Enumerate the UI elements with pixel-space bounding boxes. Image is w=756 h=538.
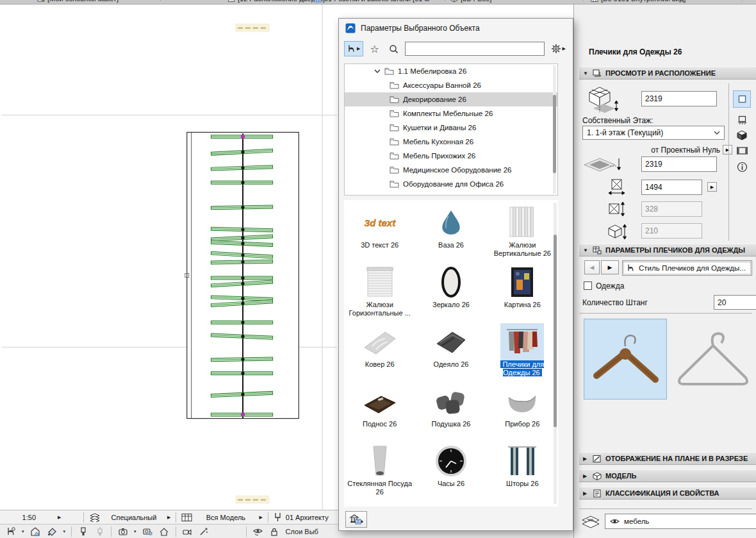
- reference-level-flyout-button[interactable]: ▶: [723, 145, 732, 155]
- object-thumbnail[interactable]: Жалюзи Вертикальные 26: [487, 204, 558, 264]
- tab-layout[interactable]: [Мой основной макет]: [37, 0, 119, 4]
- object-thumbnail[interactable]: Часы 26: [415, 442, 486, 502]
- next-page-button[interactable]: ▶: [601, 260, 619, 274]
- magic-wand-button[interactable]: [199, 526, 210, 537]
- tree-scrollbar-thumb[interactable]: [553, 95, 556, 173]
- separator: [176, 526, 176, 537]
- preview-front-view-button[interactable]: [733, 112, 751, 128]
- dropdown-caret-icon[interactable]: ▾: [22, 529, 24, 534]
- pickup-parameters-button[interactable]: [94, 526, 105, 537]
- lock-button[interactable]: [269, 526, 280, 537]
- preview-photo-button[interactable]: [733, 143, 751, 158]
- width-flyout-button[interactable]: ▶: [707, 182, 717, 192]
- section-object-parameters[interactable]: ▼ ПАРАМЕТРЫ ПЛЕЧИКОВ ДЛЯ ОДЕЖДЫ: [579, 244, 756, 256]
- visibility-cycle-button[interactable]: [252, 526, 263, 537]
- dropdown-caret-icon[interactable]: ▾: [134, 529, 136, 534]
- section-model[interactable]: ▶ МОДЕЛЬ: [579, 469, 756, 482]
- find-select-button[interactable]: [5, 526, 16, 537]
- object-thumbnail[interactable]: Прибор 26: [487, 383, 558, 442]
- floor-plan-canvas[interactable]: [0, 4, 338, 538]
- tab-interior-view[interactable]: [Во 0101 Внутренний вид]: [591, 0, 686, 4]
- flythrough-button[interactable]: [182, 526, 193, 537]
- depth-input: [641, 201, 702, 217]
- tree-scrollbar-track[interactable]: [553, 65, 556, 194]
- copy-view-settings-button[interactable]: [142, 526, 153, 537]
- dialog-title-bar[interactable]: Параметры Выбранного Объекта: [339, 19, 573, 38]
- tree-row[interactable]: Мебель Прихожих 26: [345, 149, 557, 163]
- settings-gear-button[interactable]: ▶: [548, 41, 569, 56]
- thumbnails-scrollbar-track[interactable]: [554, 203, 557, 504]
- object-thumbnail[interactable]: Ковер 26: [344, 323, 415, 383]
- thumbnails-scrollbar-thumb[interactable]: [554, 235, 557, 427]
- preview-3d-view-button[interactable]: [733, 128, 751, 143]
- selected-object-drawing[interactable]: [185, 132, 299, 418]
- tree-row[interactable]: Кушетки и Диваны 26: [345, 121, 557, 135]
- object-thumbnail[interactable]: Зеркало 26: [415, 264, 486, 323]
- rod-count-input[interactable]: [714, 295, 756, 310]
- tab-sockets[interactable]: 01 Розетки и выключатели [01 м: [314, 0, 429, 4]
- section-plan-and-section[interactable]: ▶ ОТОБРАЖЕНИЕ НА ПЛАНЕ И В РАЗРЕЗЕ: [579, 452, 756, 465]
- object-thumbnail[interactable]: Ваза 26: [415, 204, 486, 264]
- eye-icon: [609, 517, 620, 525]
- favorites-view-button[interactable]: ☆: [366, 41, 382, 56]
- object-thumbnail[interactable]: Картина 26: [487, 264, 558, 323]
- object-thumbnail[interactable]: Одеяло 26: [415, 323, 486, 383]
- section-collapsed-icon: ▶: [583, 456, 589, 462]
- layer-combination-selector[interactable]: Специальный ▶: [84, 510, 176, 524]
- home-view-button[interactable]: [159, 526, 170, 537]
- object-thumbnail[interactable]: Стеклянная Посуда 26: [344, 442, 415, 502]
- inject-parameters-button[interactable]: [78, 526, 88, 537]
- worksheet-grid-icon: [314, 0, 322, 3]
- tree-row[interactable]: Оборудование для Офиса 26: [345, 177, 557, 191]
- divider: [579, 313, 752, 314]
- layers-icon: [89, 513, 101, 522]
- wire-hanger-icon: [674, 324, 752, 394]
- tree-row-root[interactable]: 1.1 Мебелировка 26: [345, 64, 557, 78]
- model-filter-selector[interactable]: Вся Модель ▶: [176, 510, 267, 524]
- folder-view-button[interactable]: ▶: [344, 41, 363, 56]
- layer-select[interactable]: мебель: [605, 514, 756, 529]
- wire-hanger-option[interactable]: [671, 319, 755, 399]
- tab-separator: [306, 0, 306, 1]
- tree-row[interactable]: Комплекты Мебельные 26: [345, 106, 557, 121]
- paint-bucket-button[interactable]: [47, 526, 58, 537]
- object-thumbnail[interactable]: Подушка 26: [415, 383, 486, 442]
- document-lines-icon: [593, 489, 602, 498]
- pen-set-selector[interactable]: 01 Архитекту: [268, 510, 334, 524]
- previous-page-button[interactable]: ◀: [584, 260, 600, 274]
- section-preview-positioning[interactable]: ▼ ПРОСМОТР И РАСПОЛОЖЕНИЕ: [579, 67, 756, 80]
- glass-icon: [368, 444, 391, 478]
- tab-3d[interactable]: [3D / Все]: [450, 0, 491, 4]
- home-storey-select[interactable]: 1. 1-й этаж (Текущий): [582, 126, 725, 140]
- load-other-object-button[interactable]: [345, 511, 367, 528]
- tab-doors[interactable]: [12 Расположение дверей]: [227, 0, 325, 4]
- object-thumbnail-selected[interactable]: Плечики для Одежды 26: [487, 323, 558, 383]
- object-thumbnail[interactable]: Поднос 26: [344, 383, 415, 442]
- tree-row[interactable]: Медицинское Оборудование 26: [345, 163, 557, 177]
- section-classification[interactable]: ▶ КЛАССИФИКАЦИЯ И СВОЙСТВА: [579, 487, 756, 500]
- camera-button[interactable]: [117, 526, 128, 537]
- object-thumbnail[interactable]: Жалюзи Горизонтальные ...: [344, 264, 415, 323]
- search-button[interactable]: [386, 41, 402, 56]
- tree-row[interactable]: Мебель Кухонная 26: [345, 135, 557, 149]
- divider: [579, 509, 752, 509]
- scale-selector[interactable]: 1:50 ▶: [0, 510, 83, 524]
- preview-info-button[interactable]: [733, 158, 751, 175]
- reference-elevation-input[interactable]: [641, 156, 717, 172]
- hanger-style-page-button[interactable]: Стиль Плечиков для Одежды...: [622, 260, 752, 276]
- clothes-checkbox[interactable]: [584, 282, 592, 290]
- clothes-hangers-icon: [504, 325, 540, 358]
- object-thumbnail[interactable]: 3d text 3D текст 26: [344, 204, 415, 264]
- object-thumbnail[interactable]: Шторы 26: [487, 442, 558, 502]
- dropdown-caret-icon[interactable]: ▾: [63, 529, 66, 534]
- elevation-input[interactable]: [641, 91, 717, 106]
- favorites-button[interactable]: [30, 526, 41, 537]
- preview-2d-symbol-button[interactable]: [733, 90, 751, 108]
- search-input[interactable]: [405, 42, 545, 56]
- model-filter-icon: [181, 513, 192, 522]
- width-input[interactable]: [641, 180, 702, 195]
- tree-row-selected[interactable]: Декорирование 26: [345, 92, 557, 106]
- wooden-hanger-option[interactable]: [584, 319, 667, 399]
- tree-row[interactable]: Аксессуары Ванной 26: [345, 78, 557, 92]
- object-selection-dialog: Параметры Выбранного Объекта ▶ ☆ ▶ 1.1 М…: [338, 18, 573, 531]
